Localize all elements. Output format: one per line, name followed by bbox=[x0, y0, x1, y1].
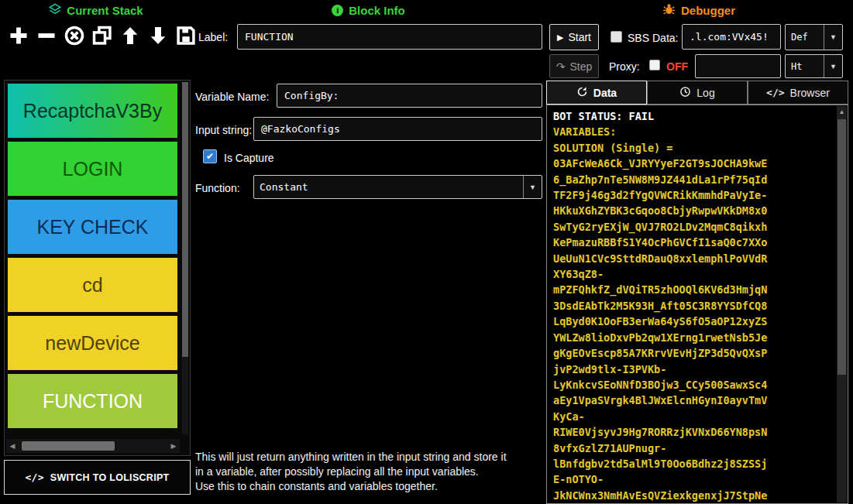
log-line: lBnfdgbv2td5alMl9T0Oo6Bdhz2j8SZSSj bbox=[553, 456, 834, 471]
stack-vertical-scrollbar[interactable] bbox=[182, 82, 188, 434]
input-string-label: Input string: bbox=[195, 124, 252, 136]
log-line: HKkuXGhZYBK3cGqoo8CbjyRwpwVKkDM8x0 bbox=[553, 203, 834, 218]
log-scrollbar[interactable]: ▲ bbox=[837, 106, 847, 502]
refresh-icon bbox=[576, 86, 588, 100]
debugger-header: Debugger bbox=[545, 2, 853, 19]
step-button[interactable]: ↷ Step bbox=[549, 54, 599, 78]
chevron-down-icon: ▼ bbox=[524, 183, 542, 191]
scroll-up-icon[interactable]: ▲ bbox=[837, 106, 847, 118]
stack-horizontal-scrollbar[interactable]: ◀ ▶ bbox=[6, 439, 180, 453]
openbullet-window: Current Stack i Block Info Debugger Labe… bbox=[0, 0, 853, 504]
log-line: jvP2wd9tlx-I3PVKb- bbox=[553, 362, 834, 377]
stack-block[interactable]: cd bbox=[8, 258, 177, 312]
play-icon: ▶ bbox=[557, 33, 563, 43]
data-input[interactable] bbox=[682, 24, 781, 50]
label-caption: Label: bbox=[198, 31, 228, 43]
chevron-down-icon: ▼ bbox=[824, 33, 842, 41]
log-line: gKgEOvEscp85A7KRrvVEvHjZP3d5QvQXsP bbox=[553, 345, 834, 361]
log-line: VARIABLES: bbox=[553, 124, 834, 139]
log-line: BOT STATUS: FAIL bbox=[553, 108, 834, 124]
start-button[interactable]: ▶ Start bbox=[549, 24, 599, 50]
tab-log[interactable]: Log bbox=[647, 81, 748, 105]
code-icon: </> bbox=[25, 471, 43, 483]
chevron-down-icon: ▼ bbox=[824, 63, 842, 70]
stack-panel: RecaptchaV3ByLOGINKEY CHECKcdnewDeviceFU… bbox=[4, 80, 191, 456]
label-input[interactable] bbox=[237, 24, 542, 50]
proxy-caption: Proxy: bbox=[609, 60, 640, 73]
clone-block-button[interactable] bbox=[90, 22, 115, 50]
wordlist-type-dropdown[interactable]: Def ▼ bbox=[785, 24, 843, 50]
current-stack-header: Current Stack bbox=[0, 2, 192, 19]
data-caption: Data: bbox=[652, 32, 678, 44]
proxy-status: OFF bbox=[666, 60, 688, 73]
log-line: E-nOTYO- bbox=[553, 471, 834, 487]
log-line: 8vfxGzlZ71AUPnugr- bbox=[553, 441, 834, 456]
save-config-button[interactable] bbox=[174, 22, 198, 50]
current-stack-title: Current Stack bbox=[67, 4, 143, 17]
proxy-input[interactable] bbox=[695, 54, 781, 78]
sbs-label: SBS bbox=[628, 32, 649, 44]
check-icon: ✔ bbox=[206, 151, 214, 162]
debugger-log-area[interactable]: BOT STATUS: FAILVARIABLES:SOLUTION (Sing… bbox=[546, 105, 848, 504]
proxy-type-dropdown[interactable]: Ht ▼ bbox=[785, 54, 843, 78]
function-label: Function: bbox=[195, 182, 240, 194]
block-toolbar bbox=[6, 22, 198, 50]
proxy-checkbox[interactable] bbox=[649, 60, 660, 70]
code-icon: </> bbox=[766, 87, 784, 98]
scrollbar-thumb[interactable] bbox=[22, 441, 115, 451]
tab-data[interactable]: Data bbox=[546, 81, 647, 105]
info-icon: i bbox=[332, 5, 343, 16]
is-capture-checkbox[interactable]: ✔ bbox=[203, 149, 217, 163]
log-line: 3DsdEAbTk2M5K93H_Aft05C3R8YYSDfCQ8 bbox=[553, 298, 834, 314]
log-line: YWLZw8lioDxvPb2qw1XErng1rwetNsb5Je bbox=[553, 330, 834, 345]
variable-name-label: Variable Name: bbox=[195, 91, 269, 103]
move-down-button[interactable] bbox=[146, 22, 170, 50]
step-icon: ↷ bbox=[556, 60, 566, 73]
debugger-tabs: Data Log </> Browser bbox=[546, 81, 848, 105]
log-line: KePmazuRBBfS1Y4OcPhGVCfI1saQ0c7XXo bbox=[553, 235, 834, 250]
scroll-left-icon[interactable]: ◀ bbox=[6, 442, 19, 450]
scrollbar-thumb[interactable] bbox=[838, 119, 846, 375]
log-line: 03AFcWeA6Ck_VJRYYyeF2GT9sJOCHA9kwE bbox=[553, 156, 834, 171]
block-description: This will just return anything written i… bbox=[195, 450, 545, 494]
history-icon bbox=[679, 86, 691, 100]
block-info-header: i Block Info bbox=[192, 2, 545, 19]
variable-name-input[interactable] bbox=[277, 84, 542, 108]
stack-block[interactable]: FUNCTION bbox=[8, 374, 177, 428]
log-output: BOT STATUS: FAILVARIABLES:SOLUTION (Sing… bbox=[553, 108, 834, 503]
input-string-input[interactable] bbox=[253, 117, 542, 141]
stack-block[interactable]: RecaptchaV3By bbox=[8, 84, 177, 138]
log-line: JkNCWnx3NmHAvEsQVZiexkgenxjJ7StpNe bbox=[553, 488, 834, 503]
add-block-button[interactable] bbox=[6, 22, 31, 50]
switch-to-loliscript-button[interactable]: </> SWITCH TO LOLISCRIPT bbox=[4, 460, 191, 495]
bug-icon bbox=[662, 3, 676, 18]
log-line: UeUuN1CVc9SttdRDauQ8xxlemphlPoVVdR bbox=[553, 251, 834, 266]
stack-icon bbox=[49, 3, 61, 18]
log-line: mPZFQhkfZ_dVQiTR5zhOOQl6KV6d3HmjqN bbox=[553, 282, 834, 297]
log-line: KyCa- bbox=[553, 409, 834, 424]
block-info-title: Block Info bbox=[349, 4, 405, 17]
tab-browser[interactable]: </> Browser bbox=[748, 81, 848, 105]
log-line: SOLUTION (Single) = bbox=[553, 140, 834, 156]
disable-block-button[interactable] bbox=[62, 22, 87, 50]
move-up-button[interactable] bbox=[118, 22, 143, 50]
log-line: SwTyG2ryEXjW_QVJ7RO2LDv2MqmC8qikxh bbox=[553, 219, 834, 235]
log-line: LqByd0K1OoFB3erWa64yS6fO5aOP12xyZS bbox=[553, 314, 834, 329]
function-dropdown[interactable]: Constant ▼ bbox=[253, 175, 542, 199]
is-capture-label: Is Capture bbox=[224, 152, 274, 164]
stack-block[interactable]: newDevice bbox=[8, 316, 177, 370]
stack-list: RecaptchaV3ByLOGINKEY CHECKcdnewDeviceFU… bbox=[5, 84, 190, 428]
stack-block[interactable]: KEY CHECK bbox=[8, 200, 177, 254]
scrollbar-thumb[interactable] bbox=[182, 82, 188, 357]
log-line: aEy1VpaSVrgk4BlJWxElcnHGynI0ayvTmV bbox=[553, 393, 834, 408]
log-line: 6_BaZhp7nTe5NW8M9JZ441dLa1rPf75qId bbox=[553, 172, 834, 187]
stack-block[interactable]: LOGIN bbox=[8, 142, 177, 196]
log-line: RIWE0VjsyvJ9Hg7RORRzjKVNxD66YN8psN bbox=[553, 424, 834, 440]
debugger-title: Debugger bbox=[681, 4, 735, 17]
log-line: TF2F9j46g3d2fYgQVWCRikKmmhdPaVyIe- bbox=[553, 187, 834, 203]
scroll-right-icon[interactable]: ▶ bbox=[167, 442, 180, 450]
remove-block-button[interactable] bbox=[34, 22, 59, 50]
log-line: LyKnkcvSEoNNfD3BOjw3_CCy500SawxSc4 bbox=[553, 377, 834, 393]
sbs-checkbox[interactable] bbox=[611, 31, 622, 43]
log-line: XY63qZ8- bbox=[553, 266, 834, 282]
